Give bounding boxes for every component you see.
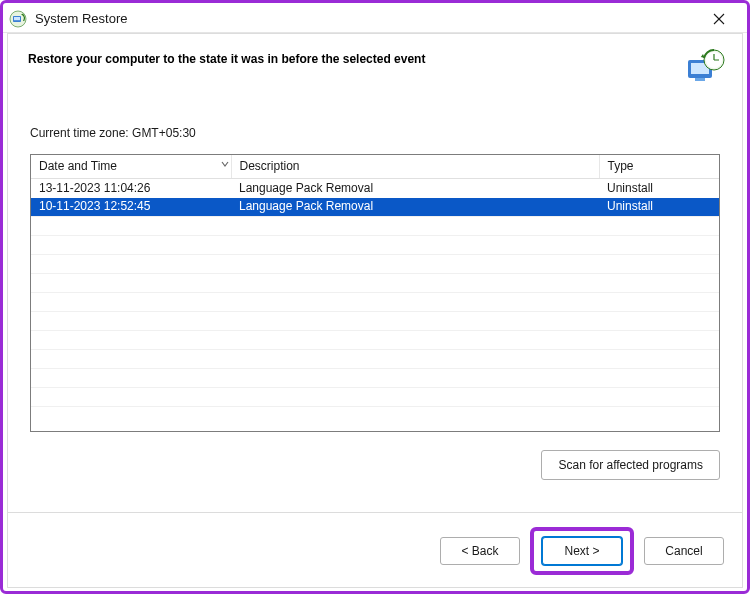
table-row-empty: [31, 369, 719, 388]
column-header-label: Type: [608, 159, 634, 173]
table-row[interactable]: 10-11-2023 12:52:45Language Pack Removal…: [31, 198, 719, 217]
table-row-empty: [31, 331, 719, 350]
system-restore-large-icon: [684, 48, 726, 90]
svg-rect-2: [14, 17, 20, 20]
table-row-empty: [31, 217, 719, 236]
next-button-highlight: Next >: [530, 527, 634, 575]
window-title: System Restore: [35, 11, 697, 26]
table-row-empty: [31, 236, 719, 255]
scan-affected-programs-button[interactable]: Scan for affected programs: [541, 450, 720, 480]
table-row-empty: [31, 350, 719, 369]
content-area: Current time zone: GMT+05:30 Date and Ti…: [8, 120, 742, 512]
footer: < Back Next > Cancel: [8, 512, 742, 587]
dialog-body: Restore your computer to the state it wa…: [7, 33, 743, 588]
column-header-label: Description: [240, 159, 300, 173]
timezone-label: Current time zone: GMT+05:30: [30, 126, 720, 140]
page-heading: Restore your computer to the state it wa…: [28, 48, 676, 66]
table-cell: 13-11-2023 11:04:26: [31, 179, 231, 198]
scan-row: Scan for affected programs: [30, 450, 720, 480]
table-cell: Language Pack Removal: [231, 179, 599, 198]
close-button[interactable]: [697, 5, 741, 33]
table-row-empty: [31, 255, 719, 274]
column-header-label: Date and Time: [39, 159, 117, 173]
restore-points-table[interactable]: Date and Time Description Type 1: [30, 154, 720, 432]
chevron-down-icon: [220, 158, 230, 172]
column-header-datetime[interactable]: Date and Time: [31, 155, 231, 179]
table-cell: Uninstall: [599, 179, 719, 198]
svg-rect-7: [695, 78, 705, 81]
cancel-button[interactable]: Cancel: [644, 537, 724, 565]
header: Restore your computer to the state it wa…: [8, 34, 742, 120]
table-row-empty: [31, 388, 719, 407]
close-icon: [713, 13, 725, 25]
titlebar: System Restore: [3, 3, 747, 33]
table-row-empty: [31, 312, 719, 331]
table-cell: Uninstall: [599, 198, 719, 217]
table-row[interactable]: 13-11-2023 11:04:26Language Pack Removal…: [31, 179, 719, 198]
column-header-type[interactable]: Type: [599, 155, 719, 179]
system-restore-icon: [9, 10, 27, 28]
table-cell: 10-11-2023 12:52:45: [31, 198, 231, 217]
table-header-row: Date and Time Description Type: [31, 155, 719, 179]
next-button[interactable]: Next >: [542, 537, 622, 565]
back-button[interactable]: < Back: [440, 537, 520, 565]
column-header-description[interactable]: Description: [231, 155, 599, 179]
table-row-empty: [31, 274, 719, 293]
table-cell: Language Pack Removal: [231, 198, 599, 217]
table-row-empty: [31, 407, 719, 426]
table-row-empty: [31, 293, 719, 312]
